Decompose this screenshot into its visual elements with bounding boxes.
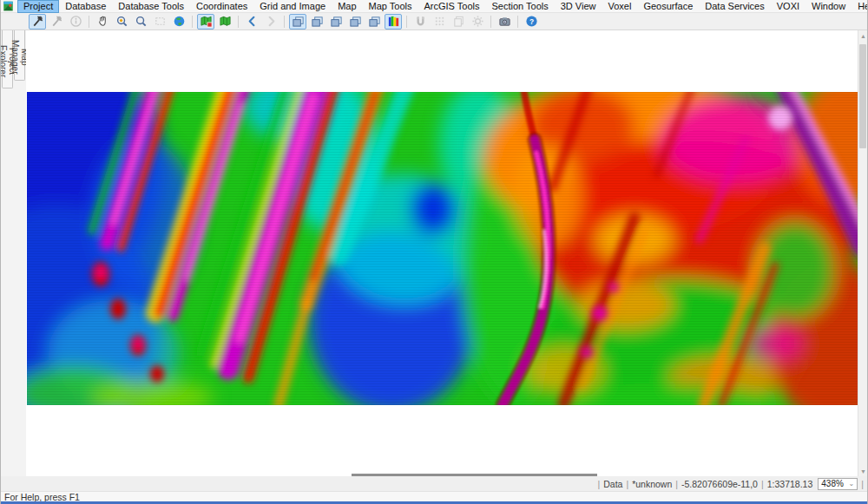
- status-segment: *unknown: [632, 479, 672, 489]
- winpair-icon: [368, 15, 381, 28]
- group-select-tool-button[interactable]: [48, 14, 65, 29]
- window-layout-3-button[interactable]: [327, 14, 345, 29]
- menu-item-section-tools[interactable]: Section Tools: [485, 0, 554, 13]
- info-icon: [69, 15, 82, 28]
- tab-map-manager[interactable]: Map Manager: [14, 30, 25, 81]
- colorbars-icon: [387, 15, 400, 28]
- window-layout-1-button[interactable]: [289, 14, 306, 29]
- magnet-tool-button[interactable]: [411, 14, 429, 29]
- zoombox-icon: [154, 15, 167, 28]
- gear-icon: [471, 15, 484, 28]
- scroll-up-arrow-icon[interactable]: ▲: [858, 30, 868, 41]
- new-map-tool-button[interactable]: [216, 14, 233, 29]
- mapbadge-icon: [200, 15, 213, 28]
- chevl-icon: [246, 15, 259, 28]
- scroll-down-arrow-icon[interactable]: ▼: [858, 466, 868, 476]
- pan-tool-button[interactable]: [94, 14, 111, 29]
- previous-view-button[interactable]: [243, 14, 260, 29]
- menu-items-container: ProjectDatabaseDatabase ToolsCoordinates…: [17, 0, 868, 13]
- map-select-tool-button[interactable]: [29, 14, 46, 29]
- toolbar-separator: [284, 16, 285, 28]
- menu-item-database[interactable]: Database: [59, 0, 112, 13]
- oasis-montaj-app-icon: [3, 1, 14, 11]
- geophysical-map-image[interactable]: [27, 92, 858, 405]
- winpair-icon: [349, 15, 362, 28]
- vertical-scrollbar[interactable]: ▲ ▼: [858, 30, 867, 476]
- open-map-tool-button[interactable]: [197, 14, 214, 29]
- winpair-icon: [330, 15, 343, 28]
- menu-item-geosurface[interactable]: Geosurface: [637, 0, 699, 13]
- menu-item-help[interactable]: Help: [852, 0, 868, 13]
- magstar-icon: [115, 15, 128, 28]
- grid-points-tool-button[interactable]: [431, 14, 448, 29]
- window-layout-4-button[interactable]: [346, 14, 364, 29]
- toolbar-separator: [490, 16, 491, 28]
- copy-icon: [452, 15, 465, 28]
- left-dock-strip: Project Explorer Map Manager: [1, 30, 26, 476]
- map-document-area[interactable]: [26, 30, 859, 476]
- toolbar-separator: [406, 16, 407, 28]
- help-tool-button[interactable]: ?: [523, 14, 540, 29]
- toolbar-separator: [517, 16, 518, 28]
- menu-item-map-tools[interactable]: Map Tools: [363, 0, 418, 13]
- menu-item-map[interactable]: Map: [332, 0, 362, 13]
- status-separator: |: [861, 479, 864, 489]
- interactive-zoom-tool-button[interactable]: [113, 14, 130, 29]
- vertical-scrollbar-thumb[interactable]: [859, 44, 866, 148]
- menu-item-database-tools[interactable]: Database Tools: [112, 0, 190, 13]
- status-separator: |: [626, 479, 628, 489]
- toolbar-separator: [238, 16, 239, 28]
- toolbar-separator: [89, 16, 89, 28]
- pin-icon: [50, 15, 63, 28]
- next-view-button[interactable]: [262, 14, 279, 29]
- menu-item-3d-view[interactable]: 3D View: [555, 0, 602, 13]
- menu-item-voxi[interactable]: VOXI: [771, 0, 806, 13]
- window-layout-2-button[interactable]: [308, 14, 326, 29]
- get-information-tool-button[interactable]: [67, 14, 84, 29]
- status-info-bar: |Data|*unknown|-5.82076609e-11,0|1:33718…: [1, 476, 867, 491]
- help-status-bar: For Help, press F1: [1, 491, 867, 501]
- menu-item-grid-and-image[interactable]: Grid and Image: [253, 0, 332, 13]
- colour-shading-tool-button[interactable]: [385, 14, 402, 29]
- dots-icon: [433, 15, 446, 28]
- zoom-box-tool-button[interactable]: [151, 14, 168, 29]
- full-map-view-button[interactable]: [170, 14, 187, 29]
- menu-item-data-services[interactable]: Data Services: [699, 0, 770, 13]
- status-separator: |: [675, 479, 678, 489]
- winpair-icon: [292, 15, 305, 28]
- camera-icon: [498, 15, 511, 28]
- zoom-level-select[interactable]: 438% ⌄: [818, 478, 858, 490]
- winpair-icon: [311, 15, 324, 28]
- status-separator: |: [761, 479, 764, 489]
- pin-icon: [31, 15, 44, 28]
- status-segment: 1:33718.13: [767, 479, 813, 489]
- menu-bar: ProjectDatabaseDatabase ToolsCoordinates…: [1, 0, 867, 13]
- copy-tool-button[interactable]: [450, 14, 467, 29]
- menu-item-project[interactable]: Project: [17, 0, 59, 13]
- mag-icon: [135, 15, 148, 28]
- help-status-text: For Help, press F1: [4, 492, 80, 502]
- toolbar-separator: [192, 16, 193, 28]
- menu-item-arcgis-tools[interactable]: ArcGIS Tools: [418, 0, 485, 13]
- status-separator: |: [597, 479, 600, 489]
- zoom-level-value: 438%: [821, 479, 844, 488]
- svg-text:?: ?: [529, 17, 533, 26]
- help-icon: ?: [525, 15, 538, 28]
- chevr-icon: [265, 15, 278, 28]
- toolbar: ?: [1, 13, 867, 30]
- status-segments: |Data|*unknown|-5.82076609e-11,0|1:33718…: [596, 479, 815, 489]
- chevron-down-icon: ⌄: [849, 481, 855, 488]
- snapshot-tool-button[interactable]: [496, 14, 513, 29]
- settings-tool-button[interactable]: [469, 14, 486, 29]
- status-segment: Data: [603, 479, 622, 489]
- status-segment: -5.82076609e-11,0: [681, 479, 758, 489]
- window-layout-5-button[interactable]: [365, 14, 383, 29]
- globe-icon: [173, 15, 186, 28]
- zoom-tool-button[interactable]: [132, 14, 149, 29]
- mapgrid-icon: [219, 15, 232, 28]
- magnet-icon: [414, 15, 427, 28]
- menu-item-voxel[interactable]: Voxel: [602, 0, 637, 13]
- menu-item-window[interactable]: Window: [806, 0, 852, 13]
- menu-item-coordinates[interactable]: Coordinates: [190, 0, 253, 13]
- hand-icon: [96, 15, 109, 28]
